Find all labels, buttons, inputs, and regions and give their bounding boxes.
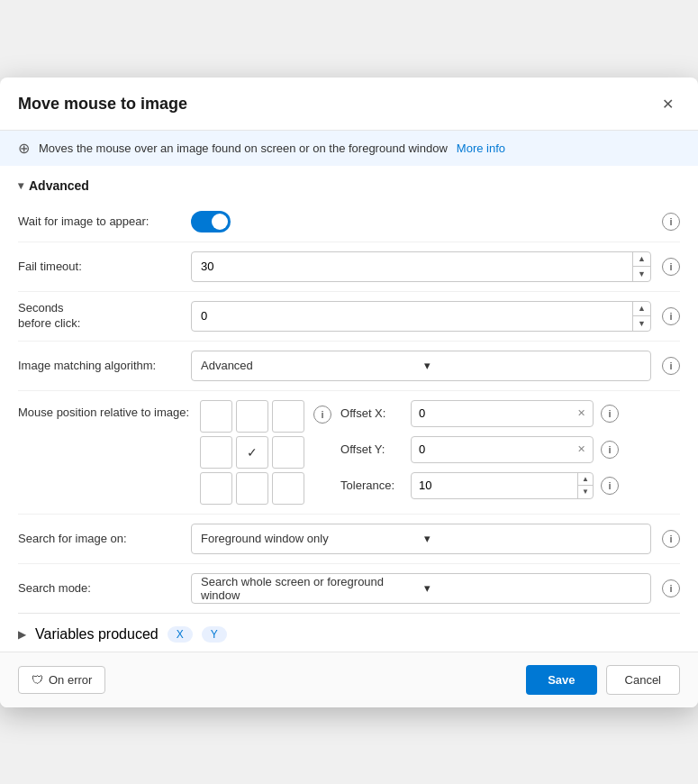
offset-x-clear[interactable]: ✕ — [577, 407, 585, 419]
variable-y-badge: Y — [202, 626, 227, 643]
mouse-icon: ⊕ — [18, 140, 30, 157]
variables-label: Variables produced — [35, 626, 159, 643]
offset-y-row: Offset Y: ✕ i — [340, 436, 619, 463]
offset-y-clear[interactable]: ✕ — [577, 443, 585, 455]
fail-timeout-label: Fail timeout: — [18, 260, 180, 273]
tolerance-input[interactable] — [412, 479, 577, 492]
offset-x-input-wrap: ✕ — [411, 400, 594, 427]
fail-timeout-increment[interactable]: ▲ — [633, 252, 650, 268]
search-mode-info[interactable]: i — [662, 579, 680, 597]
search-for-image-row: Search for image on: Foreground window o… — [18, 515, 680, 563]
image-matching-value: Advanced — [201, 359, 419, 372]
search-mode-select[interactable]: Search whole screen or foreground window… — [191, 573, 651, 604]
offset-x-info[interactable]: i — [601, 405, 619, 423]
search-mode-control: Search whole screen or foreground window… — [191, 573, 651, 604]
info-banner: ⊕ Moves the mouse over an image found on… — [0, 131, 698, 166]
title-bar: Move mouse to image ✕ — [0, 77, 698, 131]
seconds-before-click-label: Seconds before click: — [18, 301, 180, 332]
search-for-image-select[interactable]: Foreground window only ▾ — [191, 524, 651, 554]
cancel-button[interactable]: Cancel — [606, 665, 680, 695]
mouse-position-info[interactable]: i — [313, 406, 331, 424]
image-matching-row: Image matching algorithm: Advanced ▾ i — [18, 342, 680, 390]
seconds-before-click-row: Seconds before click: ▲ ▼ i — [18, 292, 680, 341]
tolerance-row: Tolerance: ▲ ▼ i — [340, 472, 619, 499]
search-for-image-info[interactable]: i — [662, 530, 680, 548]
wait-for-image-toggle[interactable] — [191, 211, 231, 232]
offset-y-label: Offset Y: — [340, 442, 403, 456]
seconds-increment[interactable]: ▲ — [633, 302, 650, 317]
chevron-down-icon: ▾ — [424, 532, 642, 545]
offset-section: Offset X: ✕ i Offset Y: ✕ i — [340, 400, 619, 499]
grid-cell-middle-center[interactable]: ✓ — [236, 436, 268, 469]
offset-x-row: Offset X: ✕ i — [340, 400, 619, 427]
search-for-image-value: Foreground window only — [201, 532, 419, 545]
offset-y-info[interactable]: i — [601, 441, 619, 459]
fail-timeout-decrement[interactable]: ▼ — [633, 267, 650, 281]
offset-y-input-wrap: ✕ — [411, 436, 594, 463]
wait-for-image-label: Wait for image to appear: — [18, 214, 180, 228]
offset-y-input[interactable] — [419, 442, 572, 456]
seconds-before-click-control: ▲ ▼ — [191, 301, 651, 332]
grid-cell-bottom-right[interactable] — [272, 472, 304, 505]
search-mode-row: Search mode: Search whole screen or fore… — [18, 564, 680, 613]
mouse-position-row: Mouse position relative to image: ✓ — [18, 391, 680, 514]
position-grid: ✓ — [200, 400, 304, 505]
grid-cell-top-center[interactable] — [236, 400, 268, 433]
advanced-section-header[interactable]: ▾ Advanced — [18, 166, 680, 202]
tolerance-spinner-buttons: ▲ ▼ — [577, 473, 593, 498]
checkmark-icon: ✓ — [247, 445, 258, 460]
more-info-link[interactable]: More info — [457, 141, 505, 155]
seconds-before-click-input[interactable] — [192, 302, 632, 331]
grid-cell-middle-right[interactable] — [272, 436, 304, 469]
mouse-position-label: Mouse position relative to image: — [18, 400, 189, 419]
toggle-knob — [212, 214, 228, 230]
fail-timeout-spinner-buttons: ▲ ▼ — [632, 252, 650, 281]
tolerance-info[interactable]: i — [601, 477, 619, 495]
close-button[interactable]: ✕ — [655, 92, 680, 117]
content-area: ▾ Advanced Wait for image to appear: i F… — [0, 166, 698, 652]
search-for-image-control: Foreground window only ▾ — [191, 524, 651, 554]
tolerance-spinner: ▲ ▼ — [411, 472, 594, 499]
fail-timeout-info[interactable]: i — [662, 258, 680, 276]
seconds-decrement[interactable]: ▼ — [633, 316, 650, 331]
chevron-down-icon: ▾ — [18, 179, 23, 192]
grid-cell-bottom-center[interactable] — [236, 472, 268, 505]
image-matching-control: Advanced ▾ — [191, 351, 651, 381]
advanced-section-label: Advanced — [29, 178, 89, 193]
on-error-label: On error — [49, 673, 92, 687]
seconds-info[interactable]: i — [662, 307, 680, 325]
tolerance-increment[interactable]: ▲ — [578, 473, 593, 487]
search-for-image-label: Search for image on: — [18, 532, 180, 545]
grid-cell-top-left[interactable] — [200, 400, 232, 433]
fail-timeout-row: Fail timeout: ▲ ▼ i — [18, 242, 680, 291]
grid-cell-bottom-left[interactable] — [200, 472, 232, 505]
save-button[interactable]: Save — [526, 665, 596, 695]
offset-x-input[interactable] — [419, 406, 572, 420]
on-error-button[interactable]: 🛡 On error — [18, 666, 105, 694]
seconds-before-click-spinner: ▲ ▼ — [191, 301, 651, 332]
mouse-position-controls: ✓ i Offset X: ✕ — [200, 400, 619, 505]
offset-x-label: Offset X: — [340, 406, 403, 420]
fail-timeout-input[interactable] — [192, 252, 632, 281]
shield-icon: 🛡 — [32, 673, 43, 687]
footer-actions: Save Cancel — [526, 665, 680, 695]
chevron-down-icon: ▾ — [424, 581, 642, 595]
search-mode-label: Search mode: — [18, 581, 180, 595]
chevron-down-icon: ▾ — [424, 359, 642, 372]
dialog-title: Move mouse to image — [18, 95, 187, 114]
fail-timeout-control: ▲ ▼ — [191, 251, 651, 282]
dialog: Move mouse to image ✕ ⊕ Moves the mouse … — [0, 77, 698, 707]
grid-cell-top-right[interactable] — [272, 400, 304, 433]
grid-cell-middle-left[interactable] — [200, 436, 232, 469]
variables-section[interactable]: ▶ Variables produced X Y — [18, 613, 680, 652]
wait-for-image-info[interactable]: i — [662, 213, 680, 231]
tolerance-decrement[interactable]: ▼ — [578, 486, 593, 498]
wait-for-image-row: Wait for image to appear: i — [18, 202, 680, 242]
chevron-right-icon: ▶ — [18, 628, 26, 641]
image-matching-info[interactable]: i — [662, 357, 680, 375]
wait-for-image-control — [191, 211, 651, 232]
banner-text: Moves the mouse over an image found on s… — [39, 141, 448, 155]
image-matching-select[interactable]: Advanced ▾ — [191, 351, 651, 381]
fail-timeout-spinner: ▲ ▼ — [191, 251, 651, 282]
tolerance-label: Tolerance: — [340, 479, 403, 492]
